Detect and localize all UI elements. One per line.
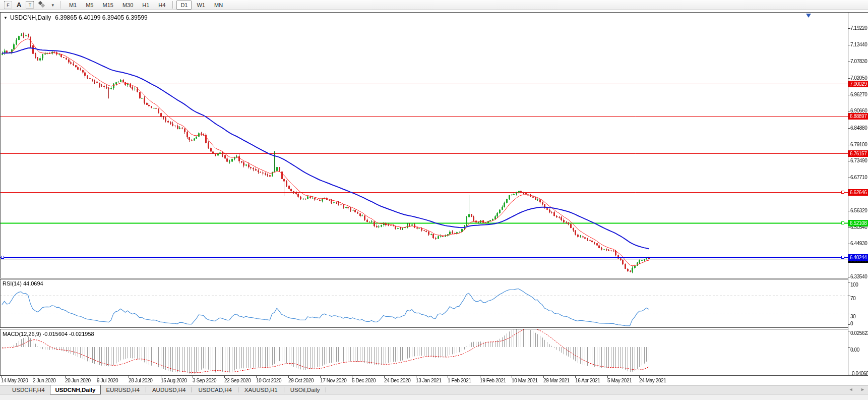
price-level-tag: 7.00029	[848, 81, 868, 87]
date-tick-label: 2 Jun 2020	[33, 378, 56, 383]
price-tick-label: 6.84880	[850, 125, 868, 131]
rsi-tick-label: 30	[850, 314, 868, 320]
tab-separator	[284, 387, 284, 392]
text-tool-icon[interactable]: A	[17, 2, 21, 9]
price-tick-label: 7.07830	[850, 59, 868, 65]
shapes-tool-icon[interactable]	[38, 1, 46, 9]
price-tick-label: 6.56320	[850, 208, 868, 214]
timeframe-button-h1[interactable]: H1	[138, 1, 153, 10]
tab-separator	[326, 387, 326, 392]
price-tick-label: 6.44930	[850, 241, 868, 247]
date-tick-label: 13 Jan 2021	[416, 378, 442, 383]
rsi-tick-label: 100	[850, 282, 868, 288]
chart-tab-usdchf-h4[interactable]: USDCHF,H4	[7, 385, 50, 394]
date-tick-label: 3 Sep 2020	[193, 378, 216, 383]
chart-ohlc-values: 6.39865 6.40199 6.39405 6.39599	[55, 14, 148, 21]
chart-canvas[interactable]	[0, 0, 868, 385]
tabs-scroll-left-icon[interactable]: ◄	[849, 387, 853, 392]
date-tick-label: 20 Jun 2020	[65, 378, 91, 383]
text-label-tool-icon[interactable]: T	[26, 1, 34, 9]
date-tick-label: 17 Nov 2020	[320, 378, 346, 383]
timeframe-button-w1[interactable]: W1	[193, 1, 209, 10]
date-tick-label: 5 May 2021	[607, 378, 632, 383]
tab-separator	[192, 387, 192, 392]
macd-tick-label: 0.00	[850, 347, 868, 353]
tabs-scroll-arrows: ◄ ►	[843, 387, 865, 392]
date-tick-label: 24 May 2021	[639, 378, 666, 383]
date-tick-label: 24 Dec 2020	[384, 378, 410, 383]
macd-tick-label: 0.025623	[850, 330, 868, 336]
date-tick-label: 22 Sep 2020	[224, 378, 251, 383]
drawing-tools-group: F A T ▾	[0, 1, 58, 9]
macd-tick-label: -0.04068	[850, 371, 868, 377]
rsi-indicator-label: RSI(14) 44.0694	[3, 280, 43, 287]
price-tick-label: 7.19220	[850, 25, 868, 31]
date-tick-label: 9 Jul 2020	[97, 378, 118, 383]
price-tick-label: 6.67710	[850, 175, 868, 181]
chart-tab-audusd-h4[interactable]: AUDUSD,H4	[147, 385, 191, 394]
timeframe-button-m5[interactable]: M5	[82, 1, 97, 10]
date-tick-label: 29 Oct 2020	[288, 378, 314, 383]
tab-separator	[238, 387, 238, 392]
date-tick-label: 28 Jul 2020	[129, 378, 152, 383]
chart-tab-xauusd-h1[interactable]: XAUUSD,H1	[239, 385, 283, 394]
tab-separator	[146, 387, 146, 392]
toolbar-separator	[60, 1, 61, 9]
tabs-scroll-right-icon[interactable]: ►	[860, 387, 865, 392]
chart-tab-usoil-daily[interactable]: USOil,Daily	[285, 385, 325, 394]
price-level-tag: 6.40244	[848, 254, 868, 261]
price-level-tag: 6.88897	[848, 113, 868, 120]
macd-indicator-label: MACD(12,26,9) -0.015604 -0.021958	[3, 331, 94, 337]
date-tick-label: 29 Mar 2021	[543, 378, 570, 383]
timeframe-button-m30[interactable]: M30	[118, 1, 137, 10]
chart-shift-marker-icon[interactable]	[806, 14, 811, 18]
timeframe-button-h4[interactable]: H4	[154, 1, 169, 10]
price-tick-label: 6.73490	[850, 158, 868, 164]
price-level-tag: 6.76157	[848, 150, 868, 157]
price-tick-label: 7.13440	[850, 42, 868, 48]
timeframe-button-mn[interactable]: MN	[210, 1, 227, 10]
status-bar	[0, 394, 868, 400]
date-tick-label: 15 Aug 2020	[161, 378, 187, 383]
top-toolbar: F A T ▾ M1M5M15M30H1H4D1W1MN	[0, 0, 868, 10]
price-tick-label: 6.33540	[850, 274, 868, 280]
shapes-dropdown-caret-icon[interactable]: ▾	[51, 3, 54, 8]
chart-tabs: USDCHF,H4USDCNH,DailyEURUSD,H4AUDUSD,H4U…	[7, 385, 327, 394]
chart-tab-usdcad-h4[interactable]: USDCAD,H4	[193, 385, 236, 394]
toolbar-separator	[172, 1, 173, 9]
timeframe-buttons-group: M1M5M15M30H1H4D1W1MN	[65, 1, 227, 10]
chart-tab-eurusd-h4[interactable]: EURUSD,H4	[101, 385, 144, 394]
price-tick-label: 6.96270	[850, 92, 868, 98]
timeframe-button-d1[interactable]: D1	[176, 1, 192, 10]
timeframe-button-m1[interactable]: M1	[65, 1, 81, 10]
date-tick-label: 19 Feb 2021	[480, 378, 506, 383]
date-tick-label: 5 Dec 2020	[352, 378, 376, 383]
date-tick-label: 10 Mar 2021	[512, 378, 538, 383]
rsi-tick-label: 70	[850, 296, 868, 302]
freehand-tool-icon[interactable]: F	[4, 1, 12, 9]
chart-tab-usdcnh-daily[interactable]: USDCNH,Daily	[50, 385, 101, 394]
date-tick-label: 14 May 2020	[1, 378, 28, 383]
timeframe-button-m15[interactable]: M15	[98, 1, 117, 10]
rsi-tick-label: 0	[850, 321, 868, 327]
chart-header: ▼USDCNH,Daily6.39865 6.40199 6.39405 6.3…	[4, 14, 148, 21]
price-tick-label: 6.79100	[850, 142, 868, 148]
chart-symbol-title: USDCNH,Daily	[10, 14, 51, 21]
date-tick-label: 16 Apr 2021	[575, 378, 600, 383]
chart-tabs-bar: USDCHF,H4USDCNH,DailyEURUSD,H4AUDUSD,H4U…	[0, 385, 868, 394]
chart-menu-arrow-icon[interactable]: ▼	[4, 16, 8, 20]
price-level-tag: 6.52108	[848, 220, 868, 226]
date-tick-label: 10 Oct 2020	[256, 378, 281, 383]
date-tick-label: 1 Feb 2021	[448, 378, 471, 383]
price-level-tag: 6.62646	[848, 189, 868, 196]
